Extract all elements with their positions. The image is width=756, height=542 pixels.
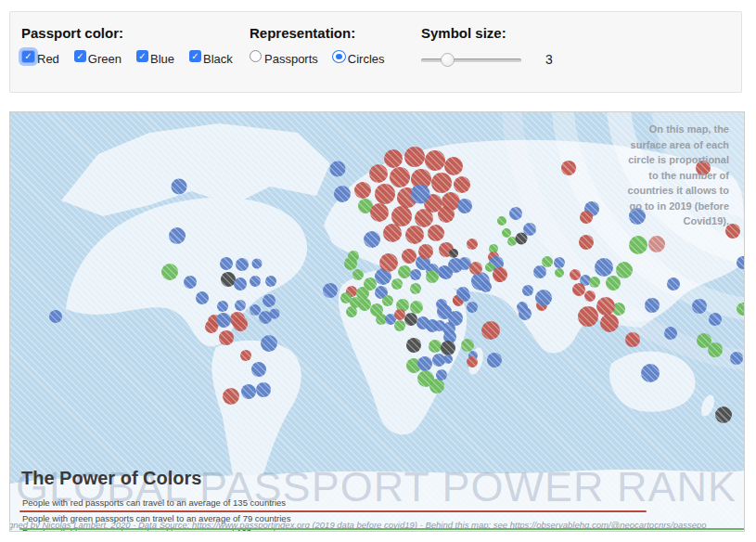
country-circle[interactable] — [256, 382, 271, 397]
country-circle[interactable] — [161, 264, 178, 280]
country-circle[interactable] — [715, 406, 732, 423]
country-circle[interactable] — [438, 206, 455, 223]
country-circle[interactable] — [580, 211, 593, 224]
country-circle[interactable] — [390, 167, 410, 187]
country-circle[interactable] — [481, 281, 492, 292]
country-circle[interactable] — [431, 173, 452, 193]
country-circle[interactable] — [354, 182, 371, 199]
country-circle[interactable] — [411, 185, 430, 204]
country-circle[interactable] — [219, 330, 234, 345]
country-circle[interactable] — [456, 287, 469, 300]
country-circle[interactable] — [410, 283, 421, 294]
country-circle[interactable] — [405, 226, 424, 244]
country-circle[interactable] — [358, 298, 371, 311]
country-circle[interactable] — [523, 223, 536, 236]
country-circle[interactable] — [522, 285, 533, 296]
country-circle[interactable] — [330, 161, 346, 177]
country-circle[interactable] — [252, 259, 263, 269]
country-circle[interactable] — [223, 388, 239, 405]
country-circle[interactable] — [467, 356, 478, 368]
country-circle[interactable] — [234, 277, 247, 290]
checkbox-check-icon[interactable]: ✓ — [189, 50, 201, 62]
blue-checkbox[interactable]: ✓Blue — [136, 49, 174, 63]
country-circle[interactable] — [241, 384, 256, 399]
country-circle[interactable] — [440, 266, 453, 279]
country-circle[interactable] — [667, 277, 680, 290]
country-circle[interactable] — [410, 269, 421, 280]
country-circle[interactable] — [375, 184, 395, 204]
country-circle[interactable] — [584, 290, 596, 302]
checkbox-check-icon[interactable]: ✓ — [74, 50, 86, 62]
country-circle[interactable] — [369, 164, 388, 183]
country-circle[interactable] — [406, 338, 421, 353]
country-circle[interactable] — [507, 237, 517, 246]
country-circle[interactable] — [217, 301, 228, 312]
country-circle[interactable] — [398, 265, 411, 278]
country-circle[interactable] — [394, 320, 405, 331]
country-circle[interactable] — [595, 258, 613, 277]
slider-track[interactable] — [421, 58, 521, 62]
country-circle[interactable] — [370, 203, 389, 222]
country-circle[interactable] — [458, 257, 471, 270]
country-circle[interactable] — [235, 300, 246, 311]
country-circle[interactable] — [404, 147, 425, 167]
country-circle[interactable] — [561, 161, 576, 175]
country-circle[interactable] — [265, 276, 276, 287]
country-circle[interactable] — [384, 149, 403, 168]
country-circle[interactable] — [497, 216, 506, 226]
country-circle[interactable] — [402, 249, 416, 264]
country-circle[interactable] — [625, 332, 640, 347]
checkbox-check-icon[interactable]: ✓ — [21, 50, 35, 63]
country-circle[interactable] — [49, 310, 62, 323]
country-circle[interactable] — [487, 353, 502, 368]
country-circle[interactable] — [542, 256, 553, 267]
country-circle[interactable] — [346, 306, 357, 317]
country-circle[interactable] — [240, 350, 251, 361]
country-circle[interactable] — [415, 209, 433, 227]
country-circle[interactable] — [664, 327, 677, 340]
country-circle[interactable] — [216, 313, 231, 328]
country-circle[interactable] — [648, 236, 665, 252]
country-circle[interactable] — [485, 263, 494, 272]
black-checkbox[interactable]: ✓Black — [189, 49, 233, 63]
country-circle[interactable] — [404, 313, 417, 326]
country-circle[interactable] — [467, 302, 478, 313]
country-circle[interactable] — [236, 258, 249, 271]
country-circle[interactable] — [391, 206, 412, 226]
country-circle[interactable] — [233, 316, 248, 331]
checkbox-check-icon[interactable]: ✓ — [136, 50, 148, 62]
country-circle[interactable] — [461, 339, 474, 352]
country-circle[interactable] — [502, 228, 511, 238]
country-circle[interactable] — [555, 268, 564, 277]
country-circle[interactable] — [589, 277, 600, 288]
country-circle[interactable] — [645, 298, 660, 313]
country-circle[interactable] — [572, 283, 585, 296]
country-circle[interactable] — [535, 290, 552, 306]
country-circle[interactable] — [382, 295, 393, 306]
country-circle[interactable] — [220, 257, 233, 270]
country-circle[interactable] — [730, 352, 743, 365]
country-circle[interactable] — [169, 227, 186, 244]
country-circle[interactable] — [196, 291, 209, 304]
country-circle[interactable] — [708, 342, 723, 357]
country-circle[interactable] — [250, 304, 261, 316]
country-circle[interactable] — [600, 314, 619, 332]
circles-radio[interactable]: Circles — [333, 49, 385, 63]
country-circle[interactable] — [417, 356, 432, 371]
country-circle[interactable] — [692, 299, 707, 314]
country-circle[interactable] — [261, 335, 277, 352]
country-circle[interactable] — [554, 257, 565, 268]
country-circle[interactable] — [418, 244, 433, 259]
country-circle[interactable] — [379, 253, 398, 272]
country-circle[interactable] — [454, 176, 470, 193]
country-circle[interactable] — [509, 207, 522, 220]
country-circle[interactable] — [352, 269, 364, 280]
country-circle[interactable] — [517, 302, 528, 313]
country-circle[interactable] — [570, 269, 581, 280]
country-circle[interactable] — [432, 354, 445, 367]
country-circle[interactable] — [436, 369, 447, 381]
country-circle[interactable] — [263, 294, 275, 307]
country-circle[interactable] — [709, 313, 722, 326]
country-circle[interactable] — [334, 186, 351, 202]
country-circle[interactable] — [616, 262, 633, 278]
